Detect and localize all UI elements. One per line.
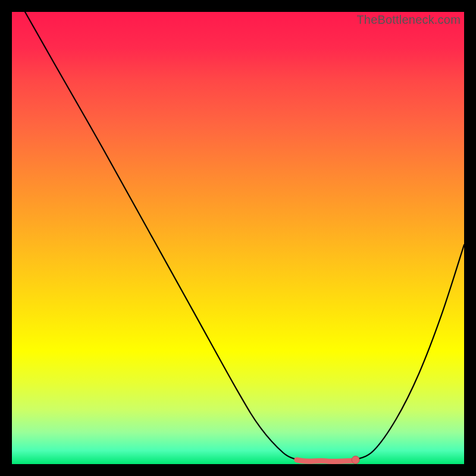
bottleneck-curve [12, 12, 464, 464]
watermark-text: TheBottleneck.com [356, 13, 461, 27]
flat-segment [297, 460, 356, 462]
plot-area: TheBottleneck.com [12, 12, 464, 464]
flat-segment-end-dot [352, 456, 359, 464]
chart-frame: TheBottleneck.com [12, 12, 464, 464]
curve-path [25, 12, 464, 461]
